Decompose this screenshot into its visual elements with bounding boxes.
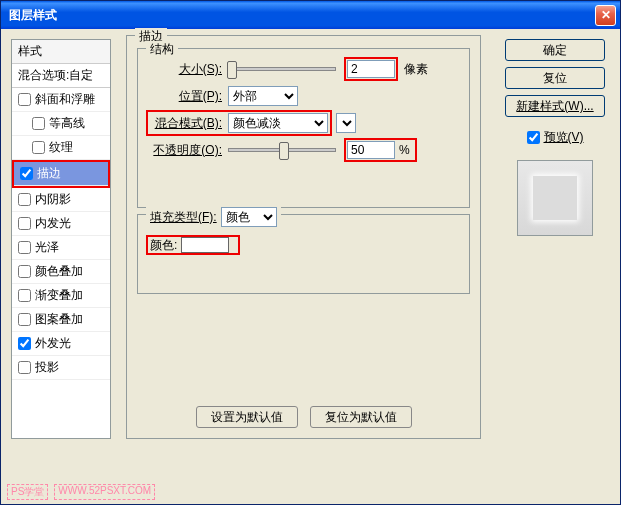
- opacity-input[interactable]: [347, 141, 395, 159]
- blend-mode-row: 混合模式(B): 颜色减淡: [146, 113, 461, 133]
- color-label: 颜色:: [150, 237, 177, 254]
- style-label: 内阴影: [35, 191, 71, 208]
- styles-panel: 样式 混合选项:自定 斜面和浮雕等高线纹理描边内阴影内发光光泽颜色叠加渐变叠加图…: [11, 39, 111, 439]
- blend-mode-select[interactable]: 颜色减淡: [228, 113, 328, 133]
- style-checkbox[interactable]: [18, 265, 31, 278]
- style-label: 描边: [37, 165, 61, 182]
- style-label: 投影: [35, 359, 59, 376]
- fill-legend: 填充类型(F): 颜色: [146, 207, 281, 227]
- style-checkbox[interactable]: [18, 193, 31, 206]
- style-item[interactable]: 斜面和浮雕: [12, 88, 110, 112]
- structure-group: 结构 大小(S): 像素 位置(P): 外部 混合模式(B): 颜色减淡: [137, 48, 470, 208]
- style-item[interactable]: 外发光: [12, 332, 110, 356]
- style-checkbox[interactable]: [20, 167, 33, 180]
- style-item[interactable]: 图案叠加: [12, 308, 110, 332]
- style-checkbox[interactable]: [32, 141, 45, 154]
- ok-button[interactable]: 确定: [505, 39, 605, 61]
- style-item[interactable]: 光泽: [12, 236, 110, 260]
- fill-group: 填充类型(F): 颜色 颜色:: [137, 214, 470, 294]
- footer-badge-1: PS学堂: [7, 484, 48, 500]
- style-checkbox[interactable]: [18, 313, 31, 326]
- style-checkbox[interactable]: [18, 241, 31, 254]
- position-label: 位置(P):: [146, 88, 222, 105]
- blend-mode-label: 混合模式(B):: [150, 115, 222, 132]
- style-label: 内发光: [35, 215, 71, 232]
- preview-toggle[interactable]: 预览(V): [527, 129, 584, 146]
- footer: PS学堂 WWW.52PSXT.COM: [7, 484, 155, 500]
- reset-button[interactable]: 复位: [505, 67, 605, 89]
- opacity-unit: %: [399, 143, 410, 157]
- style-item[interactable]: 描边: [14, 162, 108, 186]
- opacity-row: 不透明度(O): %: [146, 140, 461, 160]
- size-row: 大小(S): 像素: [146, 59, 461, 79]
- color-swatch[interactable]: [181, 237, 229, 253]
- style-item[interactable]: 纹理: [12, 136, 110, 160]
- position-row: 位置(P): 外部: [146, 86, 461, 106]
- size-slider[interactable]: [228, 67, 336, 71]
- close-button[interactable]: ✕: [595, 5, 616, 26]
- stroke-group: 描边 结构 大小(S): 像素 位置(P): 外部 混合模式(B): 颜色减淡: [126, 35, 481, 439]
- style-checkbox[interactable]: [18, 361, 31, 374]
- style-label: 颜色叠加: [35, 263, 83, 280]
- right-column: 确定 复位 新建样式(W)... 预览(V): [500, 39, 610, 236]
- style-label: 光泽: [35, 239, 59, 256]
- style-item[interactable]: 等高线: [12, 112, 110, 136]
- blend-options[interactable]: 混合选项:自定: [12, 64, 110, 88]
- set-default-button[interactable]: 设置为默认值: [196, 406, 298, 428]
- window-title: 图层样式: [9, 7, 57, 24]
- preview-label: 预览(V): [544, 129, 584, 146]
- reset-default-button[interactable]: 复位为默认值: [310, 406, 412, 428]
- fill-type-select[interactable]: 颜色: [221, 207, 277, 227]
- style-checkbox[interactable]: [18, 93, 31, 106]
- preview-checkbox[interactable]: [527, 131, 540, 144]
- style-item[interactable]: 内发光: [12, 212, 110, 236]
- style-label: 外发光: [35, 335, 71, 352]
- preview-swatch: [533, 176, 577, 220]
- size-label: 大小(S):: [146, 61, 222, 78]
- style-item[interactable]: 颜色叠加: [12, 260, 110, 284]
- blend-color-dropdown[interactable]: [336, 113, 356, 133]
- size-input[interactable]: [347, 60, 395, 78]
- style-checkbox[interactable]: [18, 217, 31, 230]
- position-select[interactable]: 外部: [228, 86, 298, 106]
- style-item[interactable]: 内阴影: [12, 188, 110, 212]
- style-item[interactable]: 投影: [12, 356, 110, 380]
- color-row: 颜色:: [146, 235, 240, 255]
- style-item[interactable]: 渐变叠加: [12, 284, 110, 308]
- style-label: 斜面和浮雕: [35, 91, 95, 108]
- opacity-label: 不透明度(O):: [146, 142, 222, 159]
- opacity-slider[interactable]: [228, 148, 336, 152]
- style-label: 渐变叠加: [35, 287, 83, 304]
- style-checkbox[interactable]: [18, 337, 31, 350]
- size-unit: 像素: [404, 61, 428, 78]
- style-checkbox[interactable]: [32, 117, 45, 130]
- new-style-button[interactable]: 新建样式(W)...: [505, 95, 605, 117]
- preview-box: [517, 160, 593, 236]
- style-label: 等高线: [49, 115, 85, 132]
- layer-style-dialog: 图层样式 ✕ 样式 混合选项:自定 斜面和浮雕等高线纹理描边内阴影内发光光泽颜色…: [0, 0, 621, 505]
- title-bar: 图层样式 ✕: [1, 1, 620, 29]
- footer-badge-2: WWW.52PSXT.COM: [54, 484, 155, 500]
- default-buttons: 设置为默认值 复位为默认值: [127, 406, 480, 428]
- structure-legend: 结构: [146, 41, 178, 58]
- styles-header: 样式: [12, 40, 110, 64]
- style-checkbox[interactable]: [18, 289, 31, 302]
- style-label: 图案叠加: [35, 311, 83, 328]
- style-label: 纹理: [49, 139, 73, 156]
